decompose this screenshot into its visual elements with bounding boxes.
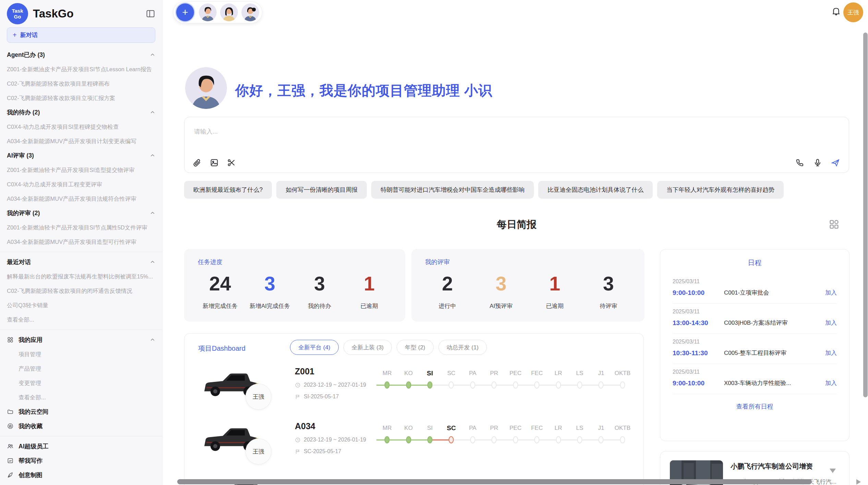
scroll-down-arrow[interactable]: [830, 469, 836, 473]
sidebar-section-header[interactable]: Agent已办 (3): [7, 48, 155, 62]
sidebar-item[interactable]: Z001-全新燃油皮卡产品开发项目SI节点Lesson Learn报告: [7, 62, 155, 76]
milestone-label: SI: [419, 368, 441, 379]
user-avatar[interactable]: 王强: [843, 2, 863, 22]
dashboard-tab[interactable]: 动总开发 (1): [438, 340, 487, 355]
milestone-step: [547, 379, 569, 391]
recent-chat-item[interactable]: 解释最新出台的欧盟报废车法规再生塑料比例被调至15%...: [7, 269, 155, 284]
milestone-step: [398, 434, 419, 446]
chevron-up-icon[interactable]: [150, 52, 155, 58]
chevron-up-icon[interactable]: [150, 153, 155, 158]
sidebar-item[interactable]: A034-全新新能源MUV产品开发项目计划变更表编写: [7, 134, 155, 148]
cloud-space-label: 我的云空间: [19, 408, 49, 416]
schedule-items: 2025/03/119:00-10:00C001-立项审批会加入2025/03/…: [660, 274, 849, 394]
sidebar-item[interactable]: C0X4-动力总成开发项目工程变更评审: [7, 177, 155, 191]
sidebar-item-creative-drawing[interactable]: 创意制图: [7, 468, 155, 482]
join-meeting-link[interactable]: 加入: [825, 349, 837, 357]
chat-composer[interactable]: 请输入...: [184, 117, 849, 173]
sidebar-section-header[interactable]: AI评审 (3): [7, 148, 155, 163]
suggestion-chip[interactable]: 比亚迪全固态电池计划具体说了什么: [538, 181, 653, 199]
sidebar-item[interactable]: A034-全新新能源MUV产品开发项目造型可行性评审: [7, 235, 155, 249]
schedule-item: 2025/03/119:00-10:00X003-车辆动力学性能验...加入: [660, 364, 849, 387]
milestone-dot: [449, 382, 454, 389]
schedule-date: 2025/03/11: [673, 369, 837, 375]
app-item[interactable]: 变更管理: [7, 376, 155, 390]
microphone-icon[interactable]: [813, 158, 822, 167]
milestone-step: [505, 434, 526, 446]
sidebar-item[interactable]: C02-飞腾新能源轻客改款项目里程碑画布: [7, 76, 155, 91]
sidebar-item-help-me-write[interactable]: 帮我写作: [7, 453, 155, 468]
scissors-icon[interactable]: [227, 158, 236, 167]
milestone-dot: [470, 382, 475, 389]
view-all-schedule-link[interactable]: 查看所有日程: [660, 402, 849, 411]
chevron-up-icon[interactable]: [150, 337, 155, 343]
dashboard-tab[interactable]: 年型 (2): [397, 340, 434, 355]
view-all-chats-link[interactable]: 查看全部...: [7, 312, 155, 327]
recent-chat-item[interactable]: C02-飞腾新能源轻客改款项目的闭环通告反馈情况: [7, 284, 155, 298]
schedule-item: 2025/03/119:00-10:00C001-立项审批会加入: [660, 274, 849, 297]
schedule-date: 2025/03/11: [673, 278, 837, 285]
schedule-line: 9:00-10:00X003-车辆动力学性能验...加入: [673, 379, 837, 387]
sidebar-item-cloud-space[interactable]: 我的云空间: [7, 405, 155, 419]
agent-avatar-1[interactable]: [199, 3, 217, 21]
sidebar-item[interactable]: C0X4-动力总成开发项目SI里程碑提交物检查: [7, 120, 155, 134]
send-icon[interactable]: [831, 158, 840, 167]
milestone-step: [526, 434, 547, 446]
phone-icon[interactable]: [795, 158, 804, 167]
app-item[interactable]: 项目管理: [7, 347, 155, 361]
view-all-apps-link[interactable]: 查看全部...: [7, 390, 155, 405]
vertical-scrollbar[interactable]: [863, 33, 868, 397]
horizontal-scrollbar[interactable]: [177, 479, 812, 484]
milestone-step: [419, 379, 441, 391]
sidebar-section-header[interactable]: 我的评审 (2): [7, 206, 155, 220]
sidebar-item[interactable]: C02-飞腾新能源轻客改款项目立项汇报方案: [7, 91, 155, 105]
join-meeting-link[interactable]: 加入: [825, 289, 837, 297]
milestone-step: [526, 379, 547, 391]
recent-chat-item[interactable]: 公司Q3轻卡销量: [7, 298, 155, 312]
milestone-label: PR: [483, 423, 505, 434]
milestone-label: SC: [441, 368, 462, 379]
milestone-step: [483, 379, 505, 391]
chevron-up-icon[interactable]: [150, 210, 155, 216]
milestone-step: [590, 434, 612, 446]
agent-avatar-3[interactable]: [241, 3, 259, 21]
stat-column: 1已逾期: [349, 273, 390, 310]
app-item[interactable]: 产品管理: [7, 361, 155, 376]
layout-grid-icon[interactable]: [828, 219, 840, 230]
dashboard-tab[interactable]: 全新平台 (4): [290, 340, 339, 355]
milestone-dots: [376, 434, 633, 446]
join-meeting-link[interactable]: 加入: [825, 319, 837, 327]
join-meeting-link[interactable]: 加入: [825, 379, 837, 387]
suggestion-chip[interactable]: 当下年轻人对汽车外观有怎样的喜好趋势: [657, 181, 784, 199]
help-me-write-label: 帮我写作: [19, 457, 43, 465]
suggestion-chip[interactable]: 欧洲新规最近颁布了什么?: [184, 181, 272, 199]
task-progress-stats: 24新增完成任务3新增AI完成任务3我的待办1已逾期: [200, 273, 390, 310]
dashboard-tab[interactable]: 全新上装 (3): [343, 340, 392, 355]
recent-chats-header[interactable]: 最近对话: [7, 255, 155, 269]
my-apps-header[interactable]: 我的应用: [7, 333, 155, 347]
scroll-right-arrow[interactable]: [856, 479, 861, 485]
milestone-label: KO: [398, 368, 419, 379]
collapse-sidebar-icon[interactable]: [146, 9, 155, 18]
chevron-up-icon[interactable]: [150, 110, 155, 115]
notification-bell-icon[interactable]: [831, 6, 841, 16]
schedule-divider: [673, 394, 837, 394]
image-attach-icon[interactable]: [210, 158, 219, 167]
add-agent-button[interactable]: +: [176, 3, 194, 21]
project-date-range: 2023-12-19 ~ 2026-01-19: [295, 437, 366, 443]
sidebar-item-favorites[interactable]: 我的收藏: [7, 419, 155, 433]
paperclip-icon[interactable]: [193, 158, 202, 167]
logo-row: Task Go TaskGo: [0, 0, 162, 27]
suggestion-chip[interactable]: 如何写一份清晰的项目周报: [276, 181, 367, 199]
agent-avatar-2[interactable]: [220, 3, 238, 21]
sidebar-item[interactable]: A034-全新新能源MUV产品开发项目法规符合性评审: [7, 191, 155, 206]
milestone-dot: [599, 436, 604, 444]
sidebar-item[interactable]: Z001-全新燃油轻卡产品开发项目SI节点属性5D文件评审: [7, 220, 155, 235]
new-chat-button[interactable]: + 新对话: [7, 27, 155, 43]
sidebar-item-ai-super-staff[interactable]: AI超级员工: [7, 439, 155, 453]
chevron-up-icon[interactable]: [150, 259, 155, 265]
sidebar-item[interactable]: Z001-全新燃油轻卡产品开发项目SI造型提交物评审: [7, 163, 155, 177]
sidebar-section-header[interactable]: 我的待办 (2): [7, 105, 155, 120]
logo-text-1: Task: [12, 8, 23, 14]
stat-value: 1: [364, 273, 375, 295]
suggestion-chip[interactable]: 特朗普可能对进口汽车增税会对中国车企造成哪些影响: [371, 181, 534, 199]
